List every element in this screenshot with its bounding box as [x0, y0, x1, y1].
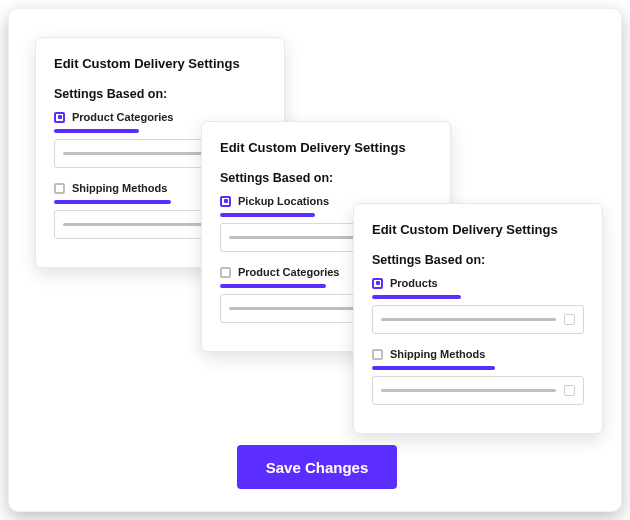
card-subtitle: Settings Based on: — [372, 253, 584, 267]
settings-section: Shipping Methods — [372, 348, 584, 405]
checkbox-icon[interactable] — [220, 196, 231, 207]
field-placeholder-line — [381, 389, 556, 392]
section-label: Shipping Methods — [72, 182, 167, 194]
accent-bar — [54, 200, 171, 204]
section-label: Pickup Locations — [238, 195, 329, 207]
checkbox-icon[interactable] — [220, 267, 231, 278]
card-subtitle: Settings Based on: — [220, 171, 432, 185]
card-title: Edit Custom Delivery Settings — [372, 222, 584, 237]
accent-bar — [220, 284, 326, 288]
accent-bar — [54, 129, 139, 133]
accent-bar — [220, 213, 315, 217]
card-subtitle: Settings Based on: — [54, 87, 266, 101]
accent-bar — [372, 295, 461, 299]
settings-card: Edit Custom Delivery Settings Settings B… — [353, 203, 603, 434]
field-box[interactable] — [372, 376, 584, 405]
section-label: Shipping Methods — [390, 348, 485, 360]
field-suffix-icon[interactable] — [564, 385, 575, 396]
settings-section: Products — [372, 277, 584, 334]
field-box[interactable] — [372, 305, 584, 334]
accent-bar — [372, 366, 495, 370]
save-changes-button[interactable]: Save Changes — [237, 445, 397, 489]
section-label: Product Categories — [72, 111, 173, 123]
card-title: Edit Custom Delivery Settings — [220, 140, 432, 155]
field-suffix-icon[interactable] — [564, 314, 575, 325]
app-frame: Edit Custom Delivery Settings Settings B… — [8, 8, 622, 512]
checkbox-icon[interactable] — [54, 183, 65, 194]
card-title: Edit Custom Delivery Settings — [54, 56, 266, 71]
section-label: Product Categories — [238, 266, 339, 278]
section-label: Products — [390, 277, 438, 289]
field-placeholder-line — [381, 318, 556, 321]
checkbox-icon[interactable] — [372, 278, 383, 289]
checkbox-icon[interactable] — [54, 112, 65, 123]
checkbox-icon[interactable] — [372, 349, 383, 360]
